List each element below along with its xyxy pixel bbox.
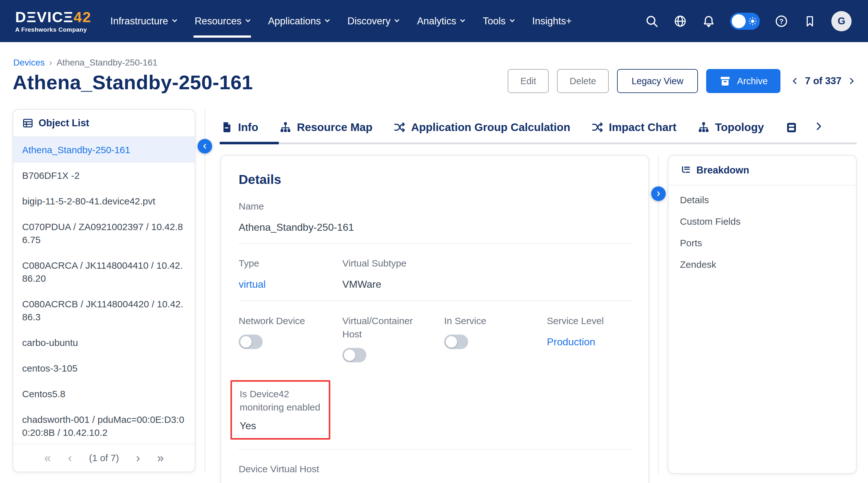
main-menu: Infrastructure Resources Applications Di… xyxy=(110,16,571,27)
page-title: Athena_Standby-250-161 xyxy=(13,71,253,94)
next-page-button[interactable]: › xyxy=(136,452,141,464)
type-value-link[interactable]: virtual xyxy=(239,278,266,291)
chevron-down-icon xyxy=(246,18,251,23)
list-item[interactable]: C080ACRCA / JK1148004410 / 10.42.86.20 xyxy=(13,253,195,291)
breakdown-list: Details Custom Fields Ports Zendesk xyxy=(669,186,856,289)
service-level-label: Service Level xyxy=(547,314,633,328)
type-label: Type xyxy=(239,257,342,270)
tab-rack-view[interactable] xyxy=(785,121,798,134)
virtual-container-host-toggle[interactable] xyxy=(342,348,366,362)
divider xyxy=(239,449,633,450)
legacy-view-button[interactable]: Legacy View xyxy=(617,69,698,93)
device42-app: DΞVICΞ42 A Freshworks Company Infrastruc… xyxy=(0,0,868,483)
pager-label: 7 of 337 xyxy=(805,75,841,87)
nav-label: Infrastructure xyxy=(110,16,168,27)
list-item[interactable]: C070PDUA / ZA0921002397 / 10.42.86.75 xyxy=(13,214,195,253)
device42-logo[interactable]: DΞVICΞ42 A Freshworks Company xyxy=(15,9,91,33)
sun-icon xyxy=(748,17,757,26)
divider xyxy=(239,301,633,301)
tab-info[interactable]: Info xyxy=(220,121,258,134)
list-item[interactable]: centos-3-105 xyxy=(13,356,195,381)
tab-topology[interactable]: Topology xyxy=(697,121,764,134)
svg-text:?: ? xyxy=(779,17,783,25)
archive-button[interactable]: Archive xyxy=(706,69,780,93)
prev-page-button[interactable]: ‹ xyxy=(68,452,72,464)
pager-next-icon[interactable] xyxy=(847,78,854,84)
object-list-pagination: « ‹ (1 of 7) › » xyxy=(13,444,195,472)
chevron-right-icon xyxy=(655,190,662,197)
service-level-value-link[interactable]: Production xyxy=(547,335,595,348)
nav-label: Resources xyxy=(195,16,242,27)
archive-label: Archive xyxy=(737,76,768,86)
list-item[interactable]: C080ACRCB / JK1148004420 / 10.42.86.3 xyxy=(13,291,195,330)
nav-insights-plus[interactable]: Insights+ xyxy=(532,16,572,27)
expand-breakdown-button[interactable] xyxy=(651,187,666,201)
name-value: Athena_Standby-250-161 xyxy=(239,221,633,234)
help-icon[interactable]: ? xyxy=(774,14,788,28)
flow-icon xyxy=(393,121,406,134)
breakdown-item-details[interactable]: Details xyxy=(680,194,845,206)
breakdown-panel: Breakdown Details Custom Fields Ports Ze… xyxy=(668,155,857,474)
tab-application-group-calculation[interactable]: Application Group Calculation xyxy=(393,121,570,134)
tab-label: Impact Chart xyxy=(609,121,677,134)
breakdown-item-zendesk[interactable]: Zendesk xyxy=(680,259,845,270)
nav-infrastructure[interactable]: Infrastructure xyxy=(110,16,176,27)
logo-tagline: A Freshworks Company xyxy=(15,26,91,33)
globe-icon[interactable] xyxy=(673,14,687,28)
nav-label: Insights+ xyxy=(532,16,572,27)
breakdown-item-custom-fields[interactable]: Custom Fields xyxy=(680,216,845,227)
breadcrumb-separator: › xyxy=(49,58,52,68)
type-row: Type virtual Virtual Subtype VMWare xyxy=(239,257,633,291)
user-avatar[interactable]: G xyxy=(831,11,851,31)
tabs-scroll-right[interactable] xyxy=(813,121,824,132)
list-item[interactable]: bigip-11-5-2-80-41.device42.pvt xyxy=(13,188,195,214)
action-bar: Edit Delete Legacy View Archive 7 of 337 xyxy=(508,69,853,93)
breadcrumb: Devices › Athena_Standby-250-161 xyxy=(13,58,157,68)
nav-discovery[interactable]: Discovery xyxy=(347,16,399,27)
list-item[interactable]: chadsworth-001 / pduMac=00:0E:D3:00:20:8… xyxy=(13,407,195,444)
nav-analytics[interactable]: Analytics xyxy=(417,16,464,27)
details-heading: Details xyxy=(239,172,633,187)
first-page-button[interactable]: « xyxy=(44,452,51,464)
tab-resource-map[interactable]: Resource Map xyxy=(279,121,372,134)
nav-label: Applications xyxy=(268,16,321,27)
nav-tools[interactable]: Tools xyxy=(483,16,514,27)
search-icon[interactable] xyxy=(645,14,659,28)
breadcrumb-devices-link[interactable]: Devices xyxy=(13,58,45,68)
pager-prev-icon[interactable] xyxy=(793,78,799,84)
theme-toggle[interactable] xyxy=(730,13,760,30)
edit-button[interactable]: Edit xyxy=(508,69,549,93)
virtual-subtype-value: VMWare xyxy=(342,278,633,291)
list-item[interactable]: Athena_Standby-250-161 xyxy=(13,137,195,163)
tab-label: Resource Map xyxy=(297,121,372,134)
list-item[interactable]: Centos5.8 xyxy=(13,381,195,407)
in-service-toggle[interactable] xyxy=(444,335,468,349)
notifications-bell-icon[interactable] xyxy=(702,14,716,28)
tab-impact-chart[interactable]: Impact Chart xyxy=(591,121,677,134)
sidebar-divider xyxy=(205,109,205,472)
nav-label: Analytics xyxy=(417,16,456,27)
monitoring-label: Is Device42 monitoring enabled xyxy=(240,388,321,414)
name-label: Name xyxy=(239,200,633,213)
device-virtual-host-field: Device Virtual Host esxiup02wh4269.d xyxy=(239,462,633,483)
list-item[interactable]: B706DF1X -2 xyxy=(13,163,195,188)
service-level-field: Service Level Production xyxy=(547,314,633,362)
sitemap-icon xyxy=(279,121,292,134)
nav-applications[interactable]: Applications xyxy=(268,16,329,27)
chevron-left-icon xyxy=(202,143,208,150)
breakdown-item-ports[interactable]: Ports xyxy=(680,237,845,249)
bookmark-icon[interactable] xyxy=(803,14,817,28)
monitoring-value: Yes xyxy=(240,419,321,432)
nav-label: Discovery xyxy=(347,16,391,27)
document-icon xyxy=(220,121,233,134)
nav-resources[interactable]: Resources xyxy=(195,16,250,27)
flow-icon xyxy=(591,121,604,134)
collapse-sidebar-button[interactable] xyxy=(197,139,212,153)
delete-button[interactable]: Delete xyxy=(557,69,609,93)
list-item[interactable]: carbo-ubuntu xyxy=(13,330,195,356)
tree-list-icon xyxy=(680,165,691,176)
chevron-down-icon xyxy=(460,18,465,23)
network-device-toggle[interactable] xyxy=(239,335,263,349)
last-page-button[interactable]: » xyxy=(157,452,164,464)
details-panel: Details Name Athena_Standby-250-161 Type… xyxy=(220,155,649,483)
